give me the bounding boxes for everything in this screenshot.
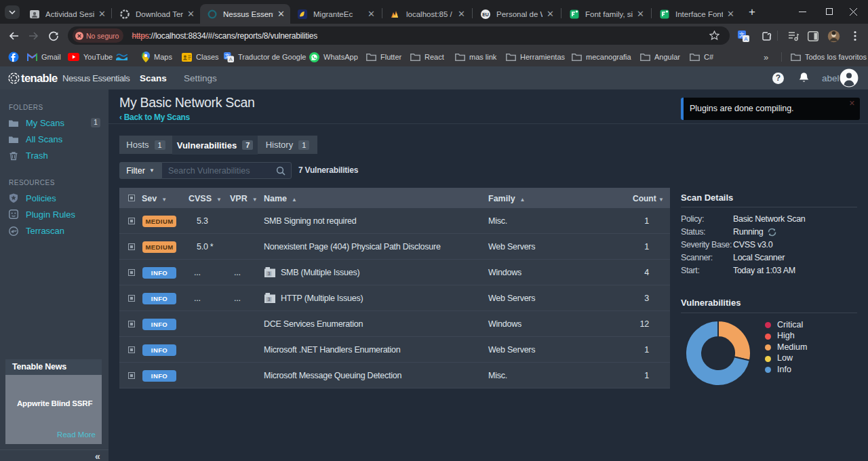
svg-text:3: 3 [268,271,271,276]
svg-text:A: A [744,36,748,42]
svg-text:EU: EU [482,12,489,17]
svg-text:3: 3 [268,297,271,302]
svg-text:A: A [229,56,233,62]
